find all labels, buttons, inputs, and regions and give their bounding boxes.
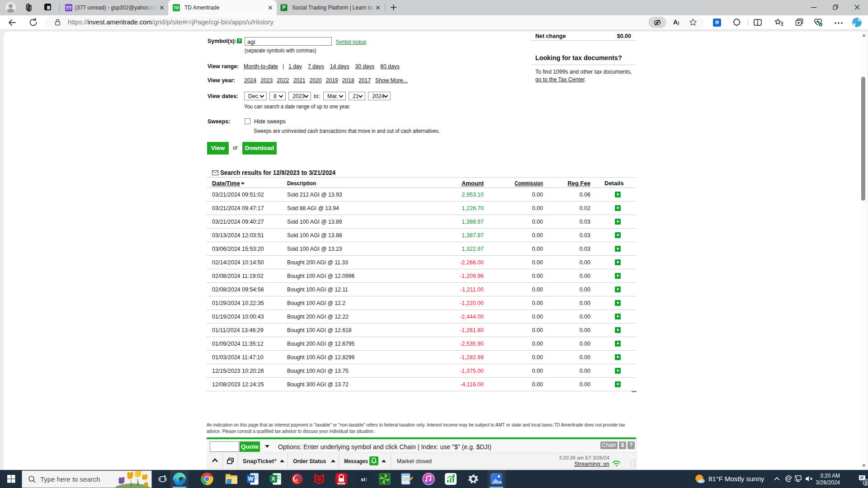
svg-text:W: W — [248, 475, 254, 482]
svg-text:t: t — [366, 477, 368, 482]
svg-text:X: X — [271, 475, 275, 482]
svg-text:st: st — [361, 477, 365, 482]
svg-text:McAfee: McAfee — [339, 483, 344, 484]
